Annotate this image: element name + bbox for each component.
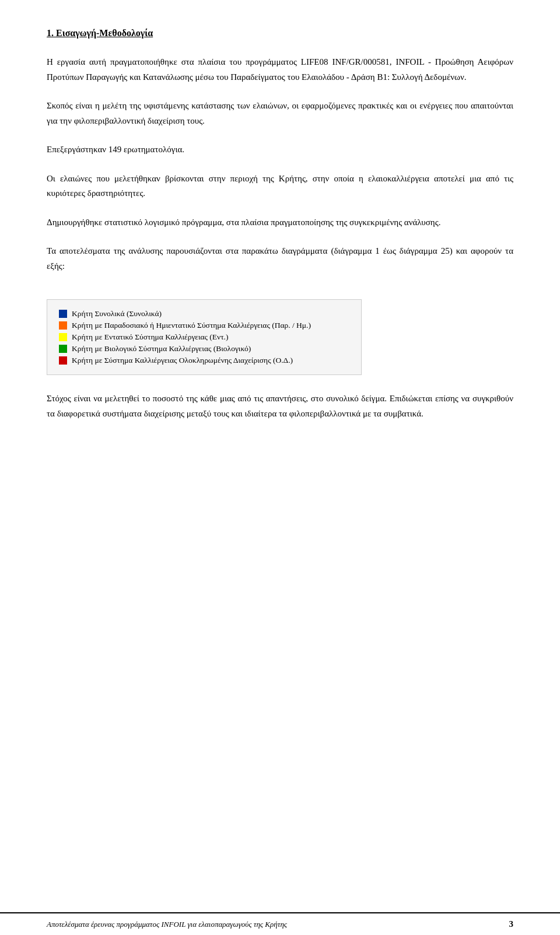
paragraph-4: Οι ελαιώνες που μελετήθηκαν βρίσκονται σ…	[47, 171, 513, 201]
section-title: 1. Εισαγωγή-Μεθοδολογία	[47, 28, 513, 38]
paragraph-5: Δημιουργήθηκε στατιστικό λογισμικό πρόγρ…	[47, 215, 513, 230]
legend-item-label: Κρήτη με Εντατικό Σύστημα Καλλιέργειας (…	[72, 332, 228, 342]
legend-color-swatch	[59, 333, 67, 341]
paragraph-2: Σκοπός είναι η μελέτη της υφιστάμενης κα…	[47, 99, 513, 128]
paragraph-3: Επεξεργάστηκαν 149 ερωτηματολόγια.	[47, 142, 513, 157]
legend-box: Κρήτη Συνολικά (Συνολικά)Κρήτη με Παραδο…	[47, 299, 362, 375]
legend-color-swatch	[59, 310, 67, 318]
legend-item-label: Κρήτη με Βιολογικό Σύστημα Καλλιέργειας …	[72, 344, 251, 353]
paragraph-1: Η εργασία αυτή πραγματοποιήθηκε στα πλαί…	[47, 55, 513, 85]
legend-color-swatch	[59, 345, 67, 353]
legend-item: Κρήτη με Βιολογικό Σύστημα Καλλιέργειας …	[59, 344, 349, 353]
footer-page-number: 3	[509, 919, 514, 929]
page-footer: Αποτελέσματα έρευνας προγράμματος INFOIL…	[0, 912, 560, 935]
legend-item: Κρήτη με Σύστημα Καλλιέργειας Ολοκληρωμέ…	[59, 356, 349, 365]
legend-color-swatch	[59, 356, 67, 365]
page-container: 1. Εισαγωγή-Μεθοδολογία Η εργασία αυτή π…	[0, 0, 560, 935]
legend-item: Κρήτη Συνολικά (Συνολικά)	[59, 309, 349, 318]
legend-item-label: Κρήτη με Παραδοσιακό ή Ημιεντατικό Σύστη…	[72, 321, 311, 330]
legend-color-swatch	[59, 321, 67, 330]
footer-text: Αποτελέσματα έρευνας προγράμματος INFOIL…	[47, 920, 287, 929]
paragraph-7: Στόχος είναι να μελετηθεί το ποσοστό της…	[47, 391, 513, 421]
legend-item-label: Κρήτη Συνολικά (Συνολικά)	[72, 309, 162, 318]
paragraph-6: Τα αποτελέσματα της ανάλυσης παρουσιάζον…	[47, 244, 513, 274]
legend-item-label: Κρήτη με Σύστημα Καλλιέργειας Ολοκληρωμέ…	[72, 356, 293, 365]
legend-item: Κρήτη με Εντατικό Σύστημα Καλλιέργειας (…	[59, 332, 349, 342]
content-area: 1. Εισαγωγή-Μεθοδολογία Η εργασία αυτή π…	[0, 0, 560, 912]
legend-item: Κρήτη με Παραδοσιακό ή Ημιεντατικό Σύστη…	[59, 321, 349, 330]
